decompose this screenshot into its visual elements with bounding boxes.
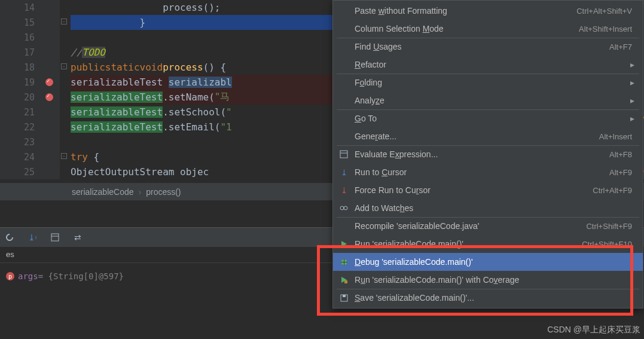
svg-rect-2 (340, 151, 347, 158)
menu-item[interactable]: Generate...Alt+Insert (333, 127, 643, 145)
code-text: ObjectOutputStream objec (71, 166, 209, 178)
breadcrumb-item[interactable]: serializableCode (72, 187, 134, 197)
menu-item-label: Refactor (355, 60, 632, 69)
code-text: public (71, 62, 105, 73)
menu-item[interactable]: Analyze▸ (333, 91, 643, 109)
line-number: 24 (20, 152, 35, 163)
line-number: 18 (20, 62, 35, 73)
menu-item[interactable]: Refactor▸ (333, 56, 643, 74)
code-text: process (163, 62, 203, 73)
watch-icon (339, 203, 349, 213)
restart-icon[interactable] (4, 231, 16, 243)
menu-item-label: Find Usages (355, 42, 609, 51)
chevron-right-icon: ▸ (630, 60, 634, 69)
code-text: // (71, 47, 82, 58)
svg-rect-11 (343, 295, 346, 297)
menu-item-shortcut: Ctrl+Shift+F9 (586, 222, 632, 231)
watermark-text: CSDN @早上起床买豆浆 (547, 325, 640, 335)
menu-item[interactable]: ⤓Run to CursorAlt+F9 (333, 163, 643, 181)
line-number: 16 (20, 32, 35, 43)
menu-item-shortcut: Ctrl+Shift+F10 (582, 240, 632, 249)
menu-item-label: Run 'serializableCode.main()' (355, 239, 582, 249)
line-number: 14 (20, 2, 35, 13)
menu-item[interactable]: Go To▸ (333, 109, 643, 127)
param-icon: p (6, 272, 14, 280)
line-number: 17 (20, 47, 35, 58)
variable-value: = {String[0]@597} (38, 271, 124, 281)
svg-rect-9 (344, 280, 347, 283)
code-text: serializableTest (71, 77, 169, 88)
gutter: 14 15− 16 17 18− 19 20 21 22 23 24− 25 (0, 0, 60, 179)
code-text: serializableTest (71, 91, 163, 103)
menu-item[interactable]: Find UsagesAlt+F7 (333, 38, 643, 56)
forcerun-icon: ⤓ (339, 185, 349, 195)
code-text: serializableTest (71, 106, 163, 118)
code-text: process(); (71, 2, 220, 13)
runto-icon: ⤓ (339, 167, 349, 177)
fold-marker-icon[interactable]: − (61, 153, 67, 159)
line-number: 19 (20, 77, 35, 88)
menu-item[interactable]: Folding▸ (333, 74, 643, 91)
menu-item-label: Recompile 'serializableCode.java' (355, 221, 586, 231)
line-number: 20 (20, 92, 35, 103)
menu-item[interactable]: Evaluate Expression...Alt+F8 (333, 145, 643, 163)
todo-marker: TODO (82, 47, 105, 58)
svg-point-5 (344, 206, 347, 210)
menu-item-shortcut: Alt+Shift+Insert (579, 25, 632, 33)
menu-item-label: Debug 'serializableCode.main()' (355, 257, 632, 267)
breadcrumb-item[interactable]: process() (146, 187, 181, 197)
menu-item-shortcut: Ctrl+Alt+F9 (593, 186, 632, 195)
run-to-cursor-icon[interactable]: ⤓I (26, 231, 38, 243)
line-number: 22 (20, 122, 35, 133)
svg-point-4 (340, 206, 344, 210)
chevron-right-icon: ▸ (630, 96, 634, 105)
menu-item-shortcut: Ctrl+Alt+Shift+V (576, 7, 632, 16)
code-text: "马 (215, 91, 230, 103)
code-text: .setEmail( (163, 121, 220, 133)
menu-item[interactable]: Debug 'serializableCode.main()' (333, 253, 643, 271)
settings-icon[interactable]: ⇄ (72, 231, 84, 243)
menu-item[interactable]: Recompile 'serializableCode.java'Ctrl+Sh… (333, 217, 643, 235)
svg-rect-0 (51, 234, 59, 241)
menu-item-label: Paste without Formatting (355, 6, 576, 16)
code-text: "1 (220, 121, 231, 133)
breakpoint-icon[interactable] (45, 93, 53, 101)
menu-item[interactable]: ⤓Force Run to CursorCtrl+Alt+F9 (333, 181, 643, 199)
menu-item-label: Run 'serializableCode.main()' with Cover… (355, 275, 632, 285)
chevron-right-icon: ▸ (630, 114, 634, 123)
menu-item[interactable]: Add to Watches (333, 199, 643, 217)
fold-marker-icon[interactable]: − (61, 19, 67, 25)
chevron-right-icon: › (139, 187, 142, 197)
code-text: () { (203, 62, 227, 73)
breakpoint-icon[interactable] (45, 78, 53, 86)
code-text: static (105, 62, 140, 73)
menu-item[interactable]: Save 'serializableCode.main()'... (333, 289, 643, 307)
code-text: serializabl (169, 77, 232, 88)
run-icon (339, 239, 349, 249)
menu-item-label: Generate... (355, 132, 599, 141)
menu-item-label: Run to Cursor (355, 167, 609, 177)
code-text: } (71, 17, 145, 28)
menu-item[interactable]: Paste without FormattingCtrl+Alt+Shift+V (333, 2, 643, 20)
menu-item-label: Add to Watches (355, 203, 632, 213)
code-text: { (88, 151, 99, 163)
menu-item[interactable]: Run 'serializableCode.main()'Ctrl+Shift+… (333, 235, 643, 253)
menu-item[interactable]: Run 'serializableCode.main()' with Cover… (333, 271, 643, 289)
chevron-right-icon: ▸ (630, 78, 634, 87)
line-number: 23 (20, 137, 35, 148)
menu-item-label: Folding (355, 78, 632, 87)
menu-item[interactable]: Column Selection ModeAlt+Shift+Insert (333, 20, 643, 38)
line-number: 21 (20, 107, 35, 118)
menu-item-label: Column Selection Mode (355, 24, 579, 33)
menu-item-label: Go To (355, 114, 632, 123)
menu-item-shortcut: Alt+F8 (609, 150, 632, 159)
cover-icon (339, 275, 349, 285)
menu-item-shortcut: Alt+F7 (609, 42, 632, 51)
fold-marker-icon[interactable]: − (61, 63, 67, 69)
code-text: void (140, 62, 163, 73)
menu-item-label: Force Run to Cursor (355, 185, 593, 195)
code-text: .setSchool( (163, 106, 226, 118)
menu-item-label: Evaluate Expression... (355, 149, 609, 159)
calculator-icon[interactable] (49, 231, 61, 243)
code-text: try (71, 151, 88, 163)
